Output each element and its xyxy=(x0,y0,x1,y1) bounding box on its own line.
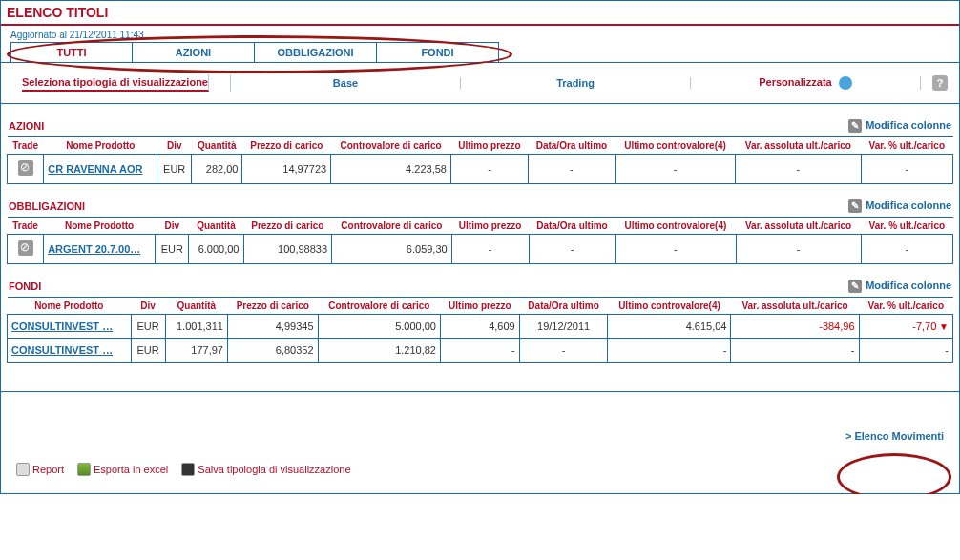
table-row: CONSULTINVEST …EUR1.001,3114,993455.000,… xyxy=(8,315,953,339)
column-header[interactable]: Var. % ult./carico xyxy=(859,298,952,315)
cell: - xyxy=(519,339,608,363)
viewmode-trading[interactable]: Trading xyxy=(556,75,595,91)
save-icon xyxy=(181,463,195,476)
table-obbligazioni: TradeNome ProdottoDivQuantitàPrezzo di c… xyxy=(7,217,953,264)
cell: - xyxy=(529,235,616,264)
cell: - xyxy=(451,235,529,264)
table-row: CR RAVENNA AOREUR282,0014,977234.223,58-… xyxy=(8,155,953,184)
globe-icon[interactable] xyxy=(839,76,852,90)
column-header[interactable]: Div xyxy=(131,298,165,315)
cell: - xyxy=(616,235,736,264)
modify-columns-fondi[interactable]: Modifica colonne xyxy=(848,280,951,293)
column-header[interactable]: Ultimo prezzo xyxy=(450,137,528,155)
save-label: Salva tipologia di visualizzazione xyxy=(198,464,350,475)
cell: 177,97 xyxy=(165,339,227,363)
column-header[interactable]: Data/Ora ultimo xyxy=(519,298,608,315)
viewmode-base[interactable]: Base xyxy=(333,75,358,91)
column-header[interactable]: Nome Prodotto xyxy=(44,218,156,235)
cell: - xyxy=(440,339,519,363)
page-title: ELENCO TITOLI xyxy=(1,1,959,26)
cell: - xyxy=(731,339,859,363)
trade-cell[interactable] xyxy=(8,235,44,264)
column-header[interactable]: Controvalore di carico xyxy=(332,218,452,235)
column-header[interactable]: Nome Prodotto xyxy=(8,298,132,315)
viewmode-bar: Seleziona tipologia di visualizzazione B… xyxy=(1,62,959,104)
column-header[interactable]: Prezzo di carico xyxy=(242,137,331,155)
column-header[interactable]: Controvalore di carico xyxy=(318,298,440,315)
column-header[interactable]: Data/Ora ultimo xyxy=(529,218,616,235)
column-header[interactable]: Div xyxy=(157,137,192,155)
column-header[interactable]: Var. assoluta ult./carico xyxy=(736,218,861,235)
section-title-azioni: AZIONI xyxy=(9,120,44,132)
cell: 14,97723 xyxy=(242,155,331,184)
column-header[interactable]: Ultimo controvalore(4) xyxy=(615,137,735,155)
cell: 1.001,311 xyxy=(165,315,227,339)
column-header[interactable]: Data/Ora ultimo xyxy=(528,137,615,155)
column-header[interactable]: Trade xyxy=(8,137,44,155)
column-header[interactable]: Ultimo controvalore(4) xyxy=(616,218,736,235)
updated-timestamp: Aggiornato al 21/12/2011 11:43 xyxy=(1,26,959,42)
trade-icon[interactable] xyxy=(18,240,33,256)
column-header[interactable]: Div xyxy=(156,218,189,235)
cell: - xyxy=(861,235,952,264)
tab-fondi[interactable]: FONDI xyxy=(377,42,499,62)
column-header[interactable]: Quantità xyxy=(165,298,227,315)
action-bar: Report Esporta in excel Salva tipologia … xyxy=(1,453,959,493)
cell: 4.223,58 xyxy=(331,155,451,184)
cell: - xyxy=(861,155,952,184)
section-title-obbligazioni: OBBLIGAZIONI xyxy=(9,200,85,212)
product-name-link[interactable]: ARGENT 20.7.00… xyxy=(44,235,156,264)
table-row: ARGENT 20.7.00…EUR6.000,00100,988336.059… xyxy=(8,235,953,264)
cell: - xyxy=(608,339,731,363)
elenco-movimenti-link[interactable]: > Elenco Movimenti xyxy=(845,430,944,442)
report-label: Report xyxy=(32,464,64,475)
cell: 100,98833 xyxy=(243,235,332,264)
cell: 6.059,30 xyxy=(332,235,452,264)
cell: -384,96 xyxy=(731,315,859,339)
excel-icon xyxy=(77,463,91,476)
tab-azioni[interactable]: AZIONI xyxy=(133,42,255,62)
product-name-link[interactable]: CONSULTINVEST … xyxy=(8,315,132,339)
column-header[interactable]: Ultimo prezzo xyxy=(451,218,529,235)
column-header[interactable]: Controvalore di carico xyxy=(331,137,451,155)
cell: -7,70 ▼ xyxy=(859,315,952,339)
help-icon[interactable]: ? xyxy=(932,75,948,91)
column-header[interactable]: Var. assoluta ult./carico xyxy=(736,137,861,155)
column-header[interactable]: Ultimo controvalore(4) xyxy=(608,298,731,315)
column-header[interactable]: Var. assoluta ult./carico xyxy=(731,298,859,315)
cell: - xyxy=(859,339,952,363)
column-header[interactable]: Ultimo prezzo xyxy=(440,298,519,315)
cell: 19/12/2011 xyxy=(519,315,608,339)
product-name-link[interactable]: CONSULTINVEST … xyxy=(8,339,132,363)
column-header[interactable]: Var. % ult./carico xyxy=(861,218,952,235)
cell: - xyxy=(528,155,615,184)
cell: 6,80352 xyxy=(227,339,318,363)
tab-tutti[interactable]: TUTTI xyxy=(10,42,133,62)
export-excel-action[interactable]: Esporta in excel xyxy=(77,463,168,476)
save-view-action[interactable]: Salva tipologia di visualizzazione xyxy=(181,463,350,476)
modify-columns-azioni[interactable]: Modifica colonne xyxy=(848,119,951,133)
column-header[interactable]: Prezzo di carico xyxy=(227,298,318,315)
column-header[interactable]: Quantità xyxy=(191,137,242,155)
product-name-link[interactable]: CR RAVENNA AOR xyxy=(44,155,157,184)
column-header[interactable]: Nome Prodotto xyxy=(44,137,157,155)
down-arrow-icon: ▼ xyxy=(936,321,949,332)
cell: 1.210,82 xyxy=(318,339,440,363)
tab-obbligazioni[interactable]: OBBLIGAZIONI xyxy=(255,42,377,62)
modify-columns-obbligazioni[interactable]: Modifica colonne xyxy=(848,199,951,213)
viewmode-select[interactable]: Seleziona tipologia di visualizzazione xyxy=(22,74,209,92)
column-header[interactable]: Var. % ult./carico xyxy=(861,137,952,155)
excel-label: Esporta in excel xyxy=(94,464,168,475)
report-action[interactable]: Report xyxy=(16,463,64,476)
column-header[interactable]: Trade xyxy=(8,218,44,235)
cell: 4.615,04 xyxy=(608,315,731,339)
trade-icon[interactable] xyxy=(18,160,33,176)
viewmode-custom[interactable]: Personalizzata xyxy=(759,74,831,90)
column-header[interactable]: Quantità xyxy=(189,218,243,235)
cell: 4,99345 xyxy=(227,315,318,339)
cell: 4,609 xyxy=(440,315,519,339)
column-header[interactable]: Prezzo di carico xyxy=(243,218,332,235)
table-azioni: TradeNome ProdottoDivQuantitàPrezzo di c… xyxy=(7,136,953,184)
cell: 5.000,00 xyxy=(318,315,440,339)
trade-cell[interactable] xyxy=(8,155,44,184)
